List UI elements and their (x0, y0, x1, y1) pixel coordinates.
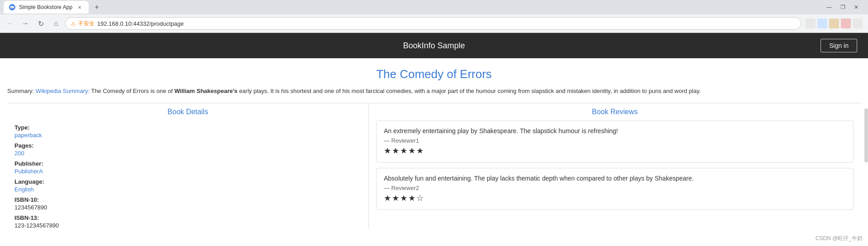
isbn13-label: ISBN-13: (14, 214, 361, 221)
sign-in-button[interactable]: Sign in (821, 39, 857, 52)
wikipedia-link[interactable]: Wikipedia Summary: (36, 88, 90, 94)
tab-title: Simple Bookstore App (19, 4, 72, 10)
summary-label: Summary: (7, 88, 34, 94)
new-tab-button[interactable]: + (90, 1, 103, 14)
url-text: 192.168.0.10:44332/productpage (97, 20, 184, 27)
page-content: The Comedy of Errors Summary: Wikipedia … (0, 58, 868, 238)
book-title: The Comedy of Errors (7, 67, 861, 81)
book-reviews-column: Book Reviews An extremely entertaining p… (369, 103, 861, 229)
type-value: paperback (14, 132, 361, 139)
language-value: English (14, 186, 361, 193)
publisher-value: PublisherA (14, 168, 361, 175)
tab-bar: 📖 Simple Bookstore App ✕ + — ❐ ✕ (0, 0, 868, 14)
back-button[interactable]: ← (4, 17, 16, 30)
security-icon: ⚠ (71, 21, 75, 27)
reviewer-name-1: — Reviewer2 (384, 185, 846, 191)
isbn13-value: 123-1234567890 (14, 222, 361, 229)
address-bar[interactable]: ⚠ 不安全 192.168.0.10:44332/productpage (65, 17, 801, 30)
reviewer-name-0: — Reviewer1 (384, 137, 846, 144)
summary-section: Summary: Wikipedia Summary: The Comedy o… (7, 87, 861, 96)
book-reviews-header: Book Reviews (376, 103, 854, 121)
pages-label: Pages: (14, 142, 361, 149)
summary-text-2: early plays. It is his shortest and one … (239, 88, 701, 94)
extensions-area (804, 19, 864, 28)
watermark: CSDN @旺仔_牛奶 (816, 235, 863, 238)
ext-icon-4[interactable] (841, 19, 851, 28)
close-button[interactable]: ✕ (850, 1, 863, 14)
ext-icon-1[interactable] (806, 19, 816, 28)
two-column-layout: Book Details Type: paperback Pages: 200 … (7, 103, 861, 229)
review-card-1: Absolutely fun and entertaining. The pla… (376, 168, 854, 210)
ext-icon-2[interactable] (817, 19, 827, 28)
restore-button[interactable]: ❐ (836, 1, 849, 14)
forward-button[interactable]: → (19, 17, 32, 30)
reviews-container: An extremely entertaining play by Shakes… (376, 121, 854, 210)
isbn10-value: 1234567890 (14, 204, 361, 211)
browser-chrome: 📖 Simple Bookstore App ✕ + — ❐ ✕ ← → ↻ ⌂… (0, 0, 868, 33)
star-rating-0: ★★★★★ (384, 146, 846, 156)
author-name: William Shakespeare's (175, 88, 238, 94)
review-card-0: An extremely entertaining play by Shakes… (376, 121, 854, 162)
publisher-label: Publisher: (14, 160, 361, 167)
star-rating-1: ★★★★☆ (384, 193, 846, 203)
book-details-column: Book Details Type: paperback Pages: 200 … (7, 103, 369, 229)
browser-tab[interactable]: 📖 Simple Bookstore App ✕ (4, 1, 89, 14)
review-text-0: An extremely entertaining play by Shakes… (384, 127, 846, 135)
language-label: Language: (14, 178, 361, 185)
app-title: BookInfo Sample (293, 41, 575, 51)
tab-favicon: 📖 (9, 4, 15, 10)
address-bar-row: ← → ↻ ⌂ ⚠ 不安全 192.168.0.10:44332/product… (0, 14, 868, 32)
app-header: BookInfo Sample Sign in (0, 33, 868, 58)
isbn10-label: ISBN-10: (14, 196, 361, 203)
ext-icon-3[interactable] (829, 19, 839, 28)
summary-text-1: The Comedy of Errors is one of (91, 88, 174, 94)
refresh-button[interactable]: ↻ (34, 17, 47, 30)
ext-icon-5[interactable] (853, 19, 863, 28)
security-label: 不安全 (78, 20, 94, 28)
type-label: Type: (14, 124, 361, 131)
review-text-1: Absolutely fun and entertaining. The pla… (384, 175, 846, 182)
book-details-header: Book Details (14, 103, 361, 121)
tab-close-button[interactable]: ✕ (76, 4, 83, 11)
home-button[interactable]: ⌂ (50, 17, 62, 30)
window-controls: — ❐ ✕ (823, 1, 864, 14)
minimize-button[interactable]: — (823, 1, 835, 14)
pages-value: 200 (14, 150, 361, 157)
scrollbar[interactable] (864, 108, 868, 162)
